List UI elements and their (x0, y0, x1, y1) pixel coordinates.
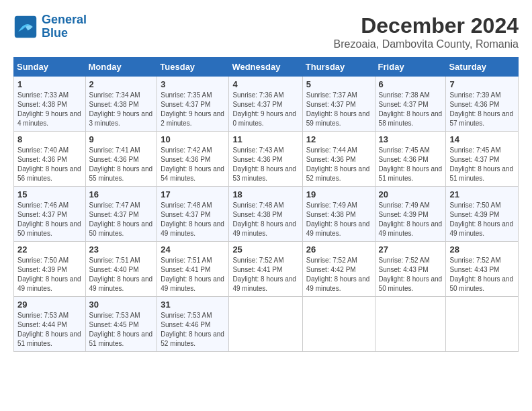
day-detail: Sunrise: 7:49 AMSunset: 4:38 PMDaylight:… (306, 201, 370, 237)
calendar-cell: 12 Sunrise: 7:44 AMSunset: 4:36 PMDaylig… (302, 132, 375, 187)
day-number: 15 (17, 189, 82, 199)
calendar-cell: 26 Sunrise: 7:52 AMSunset: 4:42 PMDaylig… (302, 242, 375, 297)
day-number: 6 (379, 79, 443, 89)
page-subtitle: Brezoaia, Dambovita County, Romania (334, 38, 519, 50)
day-detail: Sunrise: 7:47 AMSunset: 4:37 PMDaylight:… (89, 201, 153, 237)
day-number: 12 (306, 134, 371, 144)
calendar-cell (302, 297, 375, 352)
day-detail: Sunrise: 7:51 AMSunset: 4:41 PMDaylight:… (161, 257, 224, 292)
calendar-cell: 21 Sunrise: 7:50 AMSunset: 4:39 PMDaylig… (446, 187, 519, 242)
logo: General Blue (13, 13, 87, 40)
calendar-week-2: 8 Sunrise: 7:40 AMSunset: 4:36 PMDayligh… (14, 132, 519, 187)
day-detail: Sunrise: 7:39 AMSunset: 4:36 PMDaylight:… (449, 91, 513, 127)
day-number: 9 (89, 134, 154, 144)
day-number: 14 (449, 134, 515, 144)
page-title: December 2024 (334, 13, 519, 38)
calendar-cell: 5 Sunrise: 7:37 AMSunset: 4:37 PMDayligh… (302, 77, 375, 132)
day-detail: Sunrise: 7:35 AMSunset: 4:37 PMDaylight:… (161, 91, 224, 127)
day-number: 16 (89, 189, 154, 199)
calendar-cell: 15 Sunrise: 7:46 AMSunset: 4:37 PMDaylig… (14, 187, 86, 242)
calendar-cell: 9 Sunrise: 7:41 AMSunset: 4:36 PMDayligh… (85, 132, 157, 187)
day-number: 20 (379, 189, 443, 199)
day-number: 5 (306, 79, 371, 89)
calendar-cell: 19 Sunrise: 7:49 AMSunset: 4:38 PMDaylig… (302, 187, 375, 242)
day-detail: Sunrise: 7:51 AMSunset: 4:40 PMDaylight:… (89, 257, 153, 292)
calendar-cell (375, 297, 446, 352)
calendar-cell: 1 Sunrise: 7:33 AMSunset: 4:38 PMDayligh… (14, 77, 86, 132)
day-detail: Sunrise: 7:46 AMSunset: 4:37 PMDaylight:… (17, 201, 81, 237)
calendar-cell: 18 Sunrise: 7:48 AMSunset: 4:38 PMDaylig… (229, 187, 302, 242)
column-header-monday: Monday (85, 58, 157, 77)
calendar-cell: 6 Sunrise: 7:38 AMSunset: 4:37 PMDayligh… (375, 77, 446, 132)
column-header-saturday: Saturday (446, 58, 519, 77)
day-number: 11 (232, 134, 298, 144)
day-detail: Sunrise: 7:36 AMSunset: 4:37 PMDaylight:… (232, 91, 296, 127)
day-number: 19 (306, 189, 371, 199)
calendar-week-4: 22 Sunrise: 7:50 AMSunset: 4:39 PMDaylig… (14, 242, 519, 297)
day-detail: Sunrise: 7:44 AMSunset: 4:36 PMDaylight:… (306, 146, 370, 182)
calendar-cell: 8 Sunrise: 7:40 AMSunset: 4:36 PMDayligh… (14, 132, 86, 187)
logo-line2: Blue (42, 26, 68, 40)
calendar-cell: 29 Sunrise: 7:53 AMSunset: 4:44 PMDaylig… (14, 297, 86, 352)
day-detail: Sunrise: 7:42 AMSunset: 4:36 PMDaylight:… (161, 146, 224, 182)
calendar-cell: 23 Sunrise: 7:51 AMSunset: 4:40 PMDaylig… (85, 242, 157, 297)
calendar-cell: 31 Sunrise: 7:53 AMSunset: 4:46 PMDaylig… (157, 297, 229, 352)
day-detail: Sunrise: 7:53 AMSunset: 4:45 PMDaylight:… (89, 312, 153, 347)
day-detail: Sunrise: 7:50 AMSunset: 4:39 PMDaylight:… (17, 257, 81, 292)
day-number: 30 (89, 300, 154, 310)
day-detail: Sunrise: 7:52 AMSunset: 4:42 PMDaylight:… (306, 257, 370, 292)
calendar-cell: 10 Sunrise: 7:42 AMSunset: 4:36 PMDaylig… (157, 132, 229, 187)
day-detail: Sunrise: 7:52 AMSunset: 4:43 PMDaylight:… (449, 257, 513, 292)
page-header: General Blue December 2024 Brezoaia, Dam… (13, 13, 519, 50)
day-number: 17 (161, 189, 225, 199)
day-number: 26 (306, 244, 371, 255)
header-row: SundayMondayTuesdayWednesdayThursdayFrid… (14, 58, 519, 77)
logo-line1: General (42, 13, 87, 26)
day-detail: Sunrise: 7:33 AMSunset: 4:38 PMDaylight:… (17, 91, 81, 127)
column-header-thursday: Thursday (302, 58, 375, 77)
day-number: 22 (17, 244, 82, 255)
day-number: 31 (161, 300, 225, 310)
day-number: 13 (379, 134, 443, 144)
day-number: 4 (232, 79, 298, 89)
day-detail: Sunrise: 7:48 AMSunset: 4:37 PMDaylight:… (161, 201, 224, 237)
day-detail: Sunrise: 7:49 AMSunset: 4:39 PMDaylight:… (379, 201, 443, 237)
day-detail: Sunrise: 7:38 AMSunset: 4:37 PMDaylight:… (379, 91, 443, 127)
day-number: 24 (161, 244, 225, 255)
calendar-cell: 28 Sunrise: 7:52 AMSunset: 4:43 PMDaylig… (446, 242, 519, 297)
calendar-cell: 16 Sunrise: 7:47 AMSunset: 4:37 PMDaylig… (85, 187, 157, 242)
day-detail: Sunrise: 7:53 AMSunset: 4:46 PMDaylight:… (161, 312, 224, 347)
day-number: 8 (17, 134, 82, 144)
day-number: 7 (449, 79, 515, 89)
calendar-cell: 13 Sunrise: 7:45 AMSunset: 4:36 PMDaylig… (375, 132, 446, 187)
calendar-cell: 25 Sunrise: 7:52 AMSunset: 4:41 PMDaylig… (229, 242, 302, 297)
column-header-sunday: Sunday (14, 58, 86, 77)
day-number: 29 (17, 300, 82, 310)
calendar-cell: 11 Sunrise: 7:43 AMSunset: 4:36 PMDaylig… (229, 132, 302, 187)
calendar-week-1: 1 Sunrise: 7:33 AMSunset: 4:38 PMDayligh… (14, 77, 519, 132)
day-number: 23 (89, 244, 154, 255)
day-number: 1 (17, 79, 82, 89)
column-header-tuesday: Tuesday (157, 58, 229, 77)
logo-icon (13, 15, 38, 39)
day-detail: Sunrise: 7:37 AMSunset: 4:37 PMDaylight:… (306, 91, 370, 127)
day-number: 28 (449, 244, 515, 255)
logo-text: General Blue (42, 13, 87, 40)
calendar-cell: 4 Sunrise: 7:36 AMSunset: 4:37 PMDayligh… (229, 77, 302, 132)
calendar-cell: 30 Sunrise: 7:53 AMSunset: 4:45 PMDaylig… (85, 297, 157, 352)
day-detail: Sunrise: 7:50 AMSunset: 4:39 PMDaylight:… (449, 201, 513, 237)
day-number: 18 (232, 189, 298, 199)
day-detail: Sunrise: 7:53 AMSunset: 4:44 PMDaylight:… (17, 312, 81, 347)
day-number: 25 (232, 244, 298, 255)
calendar-cell (446, 297, 519, 352)
day-detail: Sunrise: 7:41 AMSunset: 4:36 PMDaylight:… (89, 146, 153, 182)
calendar-table: SundayMondayTuesdayWednesdayThursdayFrid… (13, 57, 519, 352)
calendar-cell: 14 Sunrise: 7:45 AMSunset: 4:37 PMDaylig… (446, 132, 519, 187)
calendar-cell: 27 Sunrise: 7:52 AMSunset: 4:43 PMDaylig… (375, 242, 446, 297)
column-header-wednesday: Wednesday (229, 58, 302, 77)
column-header-friday: Friday (375, 58, 446, 77)
day-detail: Sunrise: 7:45 AMSunset: 4:37 PMDaylight:… (449, 146, 513, 182)
day-detail: Sunrise: 7:43 AMSunset: 4:36 PMDaylight:… (232, 146, 296, 182)
calendar-week-5: 29 Sunrise: 7:53 AMSunset: 4:44 PMDaylig… (14, 297, 519, 352)
calendar-week-3: 15 Sunrise: 7:46 AMSunset: 4:37 PMDaylig… (14, 187, 519, 242)
